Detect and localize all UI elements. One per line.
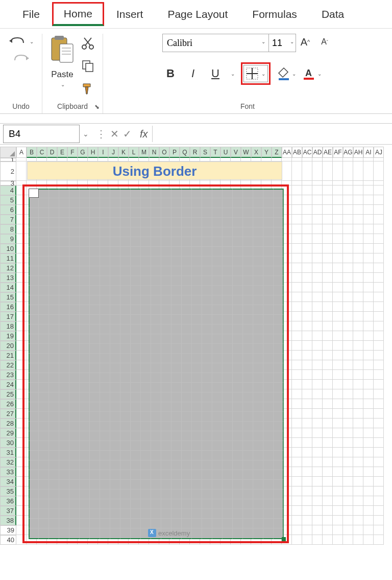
cell[interactable] (363, 370, 374, 380)
cell[interactable] (323, 428, 333, 438)
active-cell[interactable] (29, 189, 39, 198)
cell[interactable] (363, 389, 374, 399)
cell[interactable] (312, 351, 323, 360)
cell[interactable] (333, 486, 343, 496)
cancel-formula-button[interactable]: ✕ (110, 128, 119, 140)
cell[interactable] (302, 195, 312, 205)
cell[interactable] (272, 158, 282, 161)
cell[interactable] (312, 331, 323, 341)
cell[interactable] (363, 457, 374, 467)
cell[interactable] (312, 380, 323, 389)
cell[interactable] (312, 360, 323, 370)
cell[interactable] (323, 292, 333, 302)
cell[interactable] (363, 477, 374, 486)
formula-input[interactable] (152, 126, 392, 142)
cell[interactable] (374, 215, 384, 224)
title-merged-cell[interactable]: Using Border (27, 161, 282, 180)
cell[interactable] (374, 181, 384, 185)
fill-handle[interactable] (282, 537, 286, 541)
row-header[interactable]: 31 (0, 448, 16, 457)
cell[interactable] (363, 205, 374, 215)
cell[interactable] (353, 351, 363, 360)
cell[interactable] (210, 158, 220, 161)
cell[interactable] (353, 438, 363, 448)
col-header[interactable]: AE (323, 147, 333, 158)
cell[interactable] (98, 158, 108, 161)
cell[interactable] (343, 263, 353, 273)
col-header[interactable]: V (231, 147, 241, 158)
cell[interactable] (353, 292, 363, 302)
col-header[interactable]: J (108, 147, 118, 158)
cell[interactable] (333, 525, 343, 535)
row-header[interactable]: 25 (0, 389, 16, 399)
cell[interactable] (343, 312, 353, 321)
cell[interactable] (323, 351, 333, 360)
chevron-down-icon[interactable]: ⌄ (290, 39, 294, 52)
cell[interactable] (312, 185, 323, 195)
cell[interactable] (374, 438, 384, 448)
cell[interactable] (312, 158, 323, 161)
cell[interactable] (292, 525, 302, 535)
row-header[interactable]: 30 (0, 438, 16, 448)
cell[interactable] (292, 380, 302, 389)
cell[interactable] (323, 535, 333, 545)
cell[interactable] (343, 438, 353, 448)
cell[interactable] (333, 321, 343, 331)
row-header[interactable]: 10 (0, 244, 16, 253)
col-header[interactable]: AH (353, 147, 363, 158)
cell[interactable] (292, 477, 302, 486)
tab-pagelayout[interactable]: Page Layout (155, 2, 240, 27)
row-header[interactable]: 18 (0, 321, 16, 331)
cell[interactable] (323, 525, 333, 535)
cell[interactable] (374, 234, 384, 244)
cell[interactable] (292, 244, 302, 253)
cell[interactable] (353, 399, 363, 409)
cell[interactable] (343, 273, 353, 283)
cell[interactable] (323, 486, 333, 496)
cell[interactable] (333, 185, 343, 195)
row-header[interactable]: 9 (0, 234, 16, 244)
cell[interactable] (333, 161, 343, 181)
cell[interactable] (333, 234, 343, 244)
cell[interactable] (353, 244, 363, 253)
cell[interactable] (374, 535, 384, 545)
enter-formula-button[interactable]: ✓ (123, 128, 132, 140)
cell[interactable] (292, 428, 302, 438)
cell[interactable] (312, 283, 323, 292)
cell[interactable] (374, 486, 384, 496)
cell[interactable] (129, 158, 139, 161)
cell[interactable] (261, 158, 272, 161)
cell[interactable] (302, 234, 312, 244)
cell[interactable] (363, 224, 374, 234)
cell[interactable] (292, 370, 302, 380)
cell[interactable] (292, 321, 302, 331)
cell[interactable] (312, 389, 323, 399)
decrease-font-button[interactable]: Aˇ (316, 34, 333, 50)
col-header[interactable]: AA (282, 147, 292, 158)
cell[interactable] (323, 506, 333, 516)
cell[interactable] (292, 181, 302, 185)
cell[interactable] (353, 283, 363, 292)
col-header[interactable]: Z (272, 147, 282, 158)
cell[interactable] (353, 448, 363, 457)
increase-font-button[interactable]: A^ (297, 34, 313, 50)
cell[interactable] (312, 525, 323, 535)
cell[interactable] (353, 161, 363, 181)
cell[interactable] (302, 360, 312, 370)
cell[interactable] (353, 506, 363, 516)
cell[interactable] (333, 438, 343, 448)
cell[interactable] (302, 185, 312, 195)
cell[interactable] (363, 283, 374, 292)
cell[interactable] (292, 496, 302, 506)
cell[interactable] (363, 516, 374, 525)
cell[interactable] (363, 419, 374, 428)
cell[interactable] (323, 253, 333, 263)
col-header[interactable]: K (118, 147, 129, 158)
cell[interactable] (374, 428, 384, 438)
cell[interactable] (323, 448, 333, 457)
row-header[interactable]: 20 (0, 341, 16, 351)
cut-button[interactable] (79, 35, 96, 52)
cell[interactable] (353, 234, 363, 244)
cell[interactable] (343, 419, 353, 428)
cell[interactable] (353, 380, 363, 389)
